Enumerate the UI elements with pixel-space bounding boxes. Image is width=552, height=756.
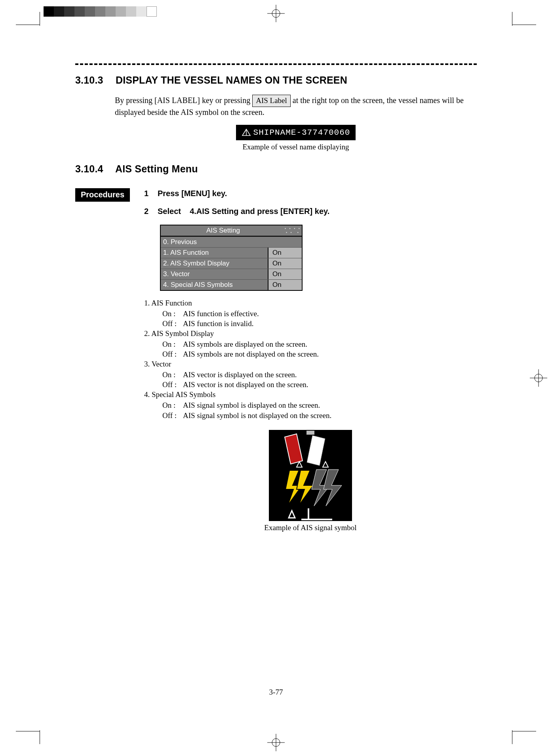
- explanations: 1. AIS Function On :AIS function is effe…: [144, 298, 477, 420]
- figure-ais-signal-symbol: [269, 430, 352, 521]
- svg-point-11: [244, 133, 244, 134]
- svg-marker-20: [289, 511, 295, 518]
- section-rule: [75, 63, 477, 65]
- menu-title: AIS Setting • • • •• • •: [161, 225, 302, 237]
- svg-marker-24: [323, 462, 328, 467]
- menu-label: 1. AIS Function: [161, 248, 268, 258]
- section-number: 3.10.4: [75, 163, 103, 174]
- menu-label: 0. Previous: [161, 237, 302, 247]
- explain-on: On :AIS signal symbol is displayed on th…: [162, 400, 477, 410]
- paragraph: By pressing [AIS LABEL] key or pressing …: [115, 95, 477, 118]
- section-3-10-3-heading: 3.10.3 DISPLAY THE VESSEL NAMES ON THE S…: [75, 74, 477, 86]
- section-title: AIS Setting Menu: [115, 163, 198, 174]
- svg-marker-15: [307, 435, 325, 466]
- step-number: 1: [144, 189, 150, 198]
- step-1: 1 Press [MENU] key.: [144, 189, 477, 198]
- register-mark-icon: [267, 734, 285, 751]
- shipname-text: SHIPNAME-377470060: [253, 128, 350, 137]
- explain-on: On :AIS vector is displayed on the scree…: [162, 370, 477, 380]
- crop-mark: [512, 731, 536, 731]
- page-content: 3.10.3 DISPLAY THE VESSEL NAMES ON THE S…: [44, 28, 508, 728]
- svg-marker-19: [324, 470, 342, 506]
- ais-setting-menu: AIS Setting • • • •• • • 0. Previous 1. …: [160, 225, 303, 291]
- explain-on: On :AIS symbols are displayed on the scr…: [162, 339, 477, 349]
- procedures-block: Procedures 1 Press [MENU] key. 2 Select …: [75, 188, 477, 532]
- dots-icon: • • • •• • •: [285, 227, 301, 235]
- figure-caption: Example of vessel name displaying: [115, 143, 477, 151]
- svg-point-12: [245, 131, 246, 132]
- step-number: 2: [144, 207, 150, 216]
- crop-mark: [16, 731, 40, 731]
- crop-mark: [512, 25, 536, 25]
- menu-row-ais-symbol-display: 2. AIS Symbol Display On: [161, 258, 302, 269]
- explain-item-4: 4. Special AIS Symbols: [144, 389, 477, 399]
- shipname-label: SHIPNAME-377470060: [236, 125, 356, 140]
- section-3-10-4-heading: 3.10.4 AIS Setting Menu: [75, 163, 477, 175]
- register-mark-icon: [530, 369, 547, 387]
- svg-rect-13: [306, 431, 314, 435]
- crop-mark: [16, 25, 40, 25]
- svg-marker-14: [285, 434, 303, 464]
- explain-item-2: 2. AIS Symbol Display: [144, 328, 477, 338]
- text: By pressing [AIS LABEL] key or pressing: [115, 96, 252, 105]
- ais-label-button: AIS Label: [252, 95, 291, 107]
- crop-mark: [512, 730, 512, 744]
- menu-row-special-ais-symbols: 4. Special AIS Symbols On: [161, 279, 302, 290]
- menu-title-text: AIS Setting: [206, 227, 240, 234]
- grayscale-bar: [44, 6, 157, 17]
- figure-caption: Example of AIS signal symbol: [144, 523, 477, 532]
- svg-marker-17: [297, 470, 313, 505]
- menu-value: On: [268, 248, 302, 258]
- explain-item-3: 3. Vector: [144, 359, 477, 369]
- menu-row-previous: 0. Previous: [161, 237, 302, 247]
- explain-off: Off :AIS vector is not displayed on the …: [162, 380, 477, 389]
- menu-label: 4. Special AIS Symbols: [161, 280, 268, 290]
- crop-mark: [40, 12, 40, 26]
- explain-item-1: 1. AIS Function: [144, 298, 477, 308]
- menu-row-ais-function: 1. AIS Function On: [161, 247, 302, 258]
- section-title: DISPLAY THE VESSEL NAMES ON THE SCREEN: [116, 74, 347, 86]
- figure-shipname: SHIPNAME-377470060: [115, 125, 477, 140]
- explain-off: Off :AIS signal symbol is not displayed …: [162, 410, 477, 420]
- menu-value: On: [268, 280, 302, 290]
- menu-value: On: [268, 258, 302, 269]
- menu-label: 2. AIS Symbol Display: [161, 258, 268, 269]
- page-number: 3-77: [44, 688, 508, 697]
- menu-label: 3. Vector: [161, 269, 268, 279]
- procedures-badge: Procedures: [75, 188, 130, 202]
- ship-icon: [242, 128, 251, 136]
- explain-off: Off :AIS function is invalid.: [162, 319, 477, 328]
- crop-mark: [40, 730, 40, 744]
- explain-off: Off :AIS symbols are not displayed on th…: [162, 349, 477, 359]
- register-mark-icon: [267, 5, 285, 22]
- section-number: 3.10.3: [75, 74, 103, 86]
- step-text: Press [MENU] key.: [158, 189, 227, 198]
- step-2: 2 Select 4.AIS Setting and press [ENTER]…: [144, 207, 477, 216]
- menu-row-vector: 3. Vector On: [161, 269, 302, 279]
- explain-on: On :AIS function is effective.: [162, 309, 477, 319]
- menu-value: On: [268, 269, 302, 279]
- crop-mark: [512, 12, 512, 26]
- step-text: Select 4.AIS Setting and press [ENTER] k…: [158, 207, 329, 216]
